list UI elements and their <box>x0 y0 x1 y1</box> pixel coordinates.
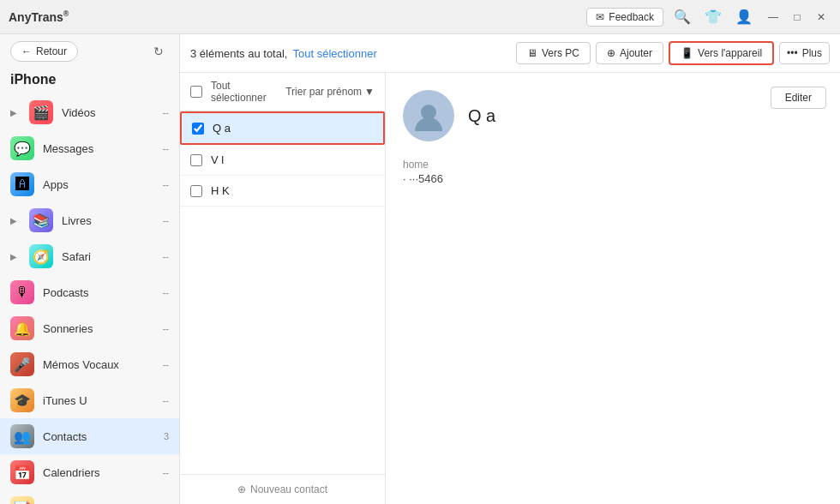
sidebar-item-itunes[interactable]: 🎓 iTunes U -- <box>0 382 179 418</box>
sidebar-label-itunes: iTunes U <box>43 394 154 407</box>
livres-icon: 📚 <box>29 208 53 232</box>
contact-checkbox-vi[interactable] <box>190 154 202 166</box>
titlebar-right: ✉ Feedback 🔍 👕 👤 — □ ✕ <box>586 5 831 29</box>
minimize-button[interactable]: — <box>763 7 783 27</box>
sidebar-item-podcasts[interactable]: 🎙 Podcasts -- <box>0 274 179 310</box>
sidebar-label-safari: Safari <box>62 250 154 263</box>
sidebar-count-itunes: -- <box>163 395 169 405</box>
sidebar-count-sonneries: -- <box>163 323 169 333</box>
sidebar-item-messages[interactable]: 💬 Messages -- <box>0 130 179 166</box>
sidebar-item-sonneries[interactable]: 🔔 Sonneries -- <box>0 310 179 346</box>
close-button[interactable]: ✕ <box>811 7 831 27</box>
contact-item-vi[interactable]: V l <box>180 145 385 176</box>
sidebar-count-videos: -- <box>163 107 169 117</box>
itunes-icon: 🎓 <box>10 388 34 412</box>
contact-item-hk[interactable]: H K <box>180 176 385 207</box>
refresh-button[interactable]: ↻ <box>148 41 169 62</box>
app-title: AnyTrans® <box>9 9 69 24</box>
more-button[interactable]: ••• Plus <box>779 42 830 64</box>
profile-button[interactable]: 👤 <box>732 5 756 29</box>
sidebar-item-contacts[interactable]: 👥 Contacts 3 <box>0 418 179 454</box>
search-button[interactable]: 🔍 <box>670 5 694 29</box>
videos-icon: 🎬 <box>29 100 53 124</box>
apps-icon: 🅰 <box>10 172 34 196</box>
messages-icon: 💬 <box>10 136 34 160</box>
sidebar-item-calendriers[interactable]: 📅 Calendriers -- <box>0 454 179 490</box>
expand-icon: ▶ <box>10 216 17 225</box>
contact-detail-name: Q a <box>468 106 495 126</box>
sidebar-count-contacts: 3 <box>164 431 169 441</box>
sidebar-item-notes[interactable]: 📝 Notes -- <box>0 490 179 504</box>
sidebar-label-calendriers: Calendriers <box>43 466 154 479</box>
sidebar-label-contacts: Contacts <box>43 430 155 443</box>
new-contact-button[interactable]: ⊕ Nouveau contact <box>237 483 327 495</box>
sidebar-count-livres: -- <box>163 215 169 225</box>
sidebar-label-podcasts: Podcasts <box>43 286 154 299</box>
memos-icon: 🎤 <box>10 352 34 376</box>
notes-icon: 📝 <box>10 496 34 504</box>
podcasts-icon: 🎙 <box>10 280 34 304</box>
sidebar-label-apps: Apps <box>43 178 154 191</box>
sidebar-label-videos: Vidéos <box>62 106 154 119</box>
vers-appareil-button[interactable]: 📱 Vers l'appareil <box>669 41 774 65</box>
list-footer: ⊕ Nouveau contact <box>180 474 385 504</box>
toolbar: 3 éléments au total, Tout sélectionner 🖥… <box>180 34 840 73</box>
device-name: iPhone <box>0 69 179 94</box>
theme-button[interactable]: 👕 <box>701 5 725 29</box>
ajouter-button[interactable]: ⊕ Ajouter <box>596 42 663 64</box>
contact-detail-header: Q a <box>403 90 823 141</box>
sidebar-label-sonneries: Sonneries <box>43 322 154 335</box>
sidebar-count-messages: -- <box>163 143 169 153</box>
sidebar-count-apps: -- <box>163 179 169 189</box>
email-icon: ✉ <box>596 11 604 23</box>
vers-pc-button[interactable]: 🖥 Vers PC <box>516 42 591 64</box>
maximize-button[interactable]: □ <box>787 7 807 27</box>
select-all-link[interactable]: Tout sélectionner <box>292 47 376 60</box>
contact-list-panel: Tout sélectionner Trier par prénom ▼ Q a… <box>180 73 386 504</box>
contact-checkbox-hk[interactable] <box>190 185 202 197</box>
contact-name-qa: Q a <box>213 122 231 135</box>
sidebar-count-podcasts: -- <box>163 287 169 297</box>
sidebar-count-calendriers: -- <box>163 467 169 477</box>
calendriers-icon: 📅 <box>10 460 34 484</box>
split-panel: Tout sélectionner Trier par prénom ▼ Q a… <box>180 73 840 504</box>
contact-item-qa[interactable]: Q a <box>180 111 385 145</box>
monitor-icon: 🖥 <box>527 47 537 59</box>
sidebar: ← Retour ↻ iPhone ▶ 🎬 Vidéos -- 💬 Messag… <box>0 34 180 504</box>
toolbar-actions: 🖥 Vers PC ⊕ Ajouter 📱 Vers l'appareil ••… <box>516 41 830 65</box>
field-value: · ···5466 <box>403 172 823 185</box>
sidebar-count-memos: -- <box>163 359 169 369</box>
contacts-icon: 👥 <box>10 424 34 448</box>
window-controls: — □ ✕ <box>763 7 831 27</box>
safari-icon: 🧭 <box>29 244 53 268</box>
toolbar-info: 3 éléments au total, Tout sélectionner <box>190 47 507 60</box>
sidebar-item-memos[interactable]: 🎤 Mémos Vocaux -- <box>0 346 179 382</box>
contact-avatar <box>403 90 454 141</box>
contact-checkbox-qa[interactable] <box>192 123 204 135</box>
contact-name-vi: V l <box>211 153 224 166</box>
contact-list: Q a V l H K <box>180 111 385 474</box>
sidebar-item-safari[interactable]: ▶ 🧭 Safari -- <box>0 238 179 274</box>
contact-field-phone: home · ···5466 <box>403 159 823 185</box>
edit-button[interactable]: Editer <box>771 87 826 109</box>
sidebar-item-livres[interactable]: ▶ 📚 Livres -- <box>0 202 179 238</box>
sidebar-label-livres: Livres <box>62 214 154 227</box>
feedback-button[interactable]: ✉ Feedback <box>586 8 663 27</box>
contact-detail-panel: Q a home · ···5466 Editer <box>386 73 840 504</box>
add-contact-icon: ⊕ <box>237 483 246 495</box>
sidebar-item-videos[interactable]: ▶ 🎬 Vidéos -- <box>0 94 179 130</box>
back-button[interactable]: ← Retour <box>10 41 78 62</box>
device-icon: 📱 <box>681 47 693 59</box>
select-all-checkbox[interactable] <box>190 86 202 98</box>
sidebar-header: ← Retour ↻ <box>0 34 179 69</box>
expand-icon: ▶ <box>10 252 17 261</box>
list-header: Tout sélectionner Trier par prénom ▼ <box>180 73 385 111</box>
content-area: 3 éléments au total, Tout sélectionner 🖥… <box>180 34 840 504</box>
titlebar: AnyTrans® ✉ Feedback 🔍 👕 👤 — □ ✕ <box>0 0 840 34</box>
sidebar-label-memos: Mémos Vocaux <box>43 358 154 371</box>
back-arrow-icon: ← <box>21 45 32 57</box>
sidebar-item-apps[interactable]: 🅰 Apps -- <box>0 166 179 202</box>
sonneries-icon: 🔔 <box>10 316 34 340</box>
plus-icon: ⊕ <box>607 47 615 59</box>
sort-button[interactable]: Trier par prénom ▼ <box>285 86 375 98</box>
